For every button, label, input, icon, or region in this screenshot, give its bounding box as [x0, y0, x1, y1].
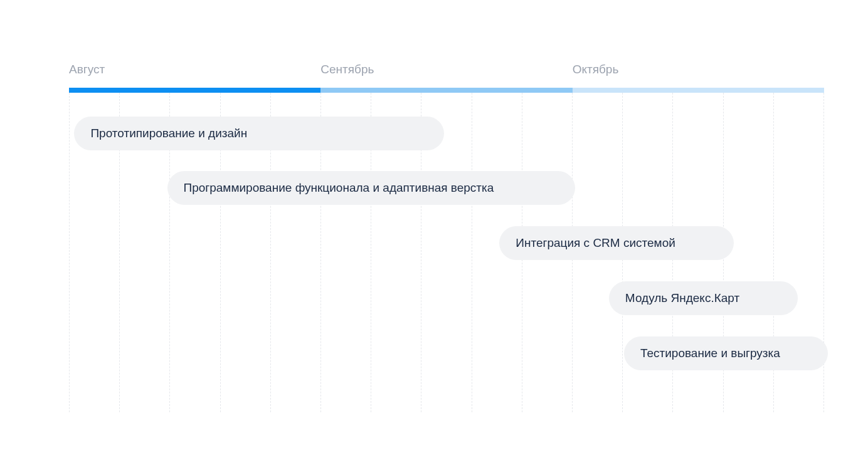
gantt-body: Прототипирование и дизайнПрограммировани… — [69, 93, 824, 412]
task-bar: Модуль Яндекс.Карт — [609, 281, 798, 315]
month-label: Август — [69, 63, 320, 76]
month-label: Октябрь — [573, 63, 824, 76]
task-bar: Тестирование и выгрузка — [624, 336, 828, 370]
timeline-segment-aug — [69, 88, 320, 93]
month-label: Сентябрь — [320, 63, 572, 76]
timeline-segment-sep — [320, 88, 572, 93]
timeline-header: Август Сентябрь Октябрь — [69, 63, 824, 76]
task-bar: Прототипирование и дизайн — [74, 117, 444, 150]
timeline-segment-oct — [573, 88, 824, 93]
timeline-bar — [69, 88, 824, 93]
task-bars: Прототипирование и дизайнПрограммировани… — [69, 93, 824, 412]
task-bar: Программирование функционала и адаптивна… — [167, 171, 575, 205]
task-bar: Интеграция с CRM системой — [499, 226, 733, 260]
gantt-chart: Август Сентябрь Октябрь Прототипирование… — [13, 13, 868, 458]
